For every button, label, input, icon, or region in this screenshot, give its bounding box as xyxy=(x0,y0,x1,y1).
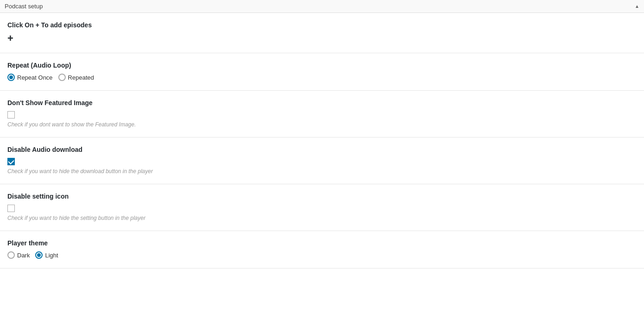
featured-image-title: Don't Show Featured Image xyxy=(7,99,637,106)
disable-download-checkbox-wrapper xyxy=(7,158,637,165)
featured-image-checkbox-wrapper xyxy=(7,111,637,119)
disable-setting-section: Disable setting icon Check if you want t… xyxy=(0,184,644,231)
repeat-title: Repeat (Audio Loop) xyxy=(7,62,637,69)
disable-download-title: Disable Audio download xyxy=(7,146,637,153)
repeat-once-text: Repeat Once xyxy=(17,74,53,81)
repeat-radio-group: Repeat Once Repeated xyxy=(7,74,637,81)
episodes-section: Click On + To add episodes + xyxy=(0,13,644,53)
featured-image-checkbox[interactable] xyxy=(7,111,15,119)
light-theme-label[interactable]: Light xyxy=(35,251,58,259)
featured-image-help: Check if you dont want to show the Featu… xyxy=(7,121,637,128)
repeated-label[interactable]: Repeated xyxy=(58,74,94,81)
disable-setting-checkbox-wrapper xyxy=(7,205,637,212)
repeat-section: Repeat (Audio Loop) Repeat Once Repeated xyxy=(0,53,644,91)
repeat-once-radio[interactable] xyxy=(7,74,15,81)
disable-download-help: Check if you want to hide the download b… xyxy=(7,168,637,175)
featured-image-section: Don't Show Featured Image Check if you d… xyxy=(0,91,644,138)
player-theme-radio-group: Dark Light xyxy=(7,251,637,259)
disable-setting-help: Check if you want to hide the setting bu… xyxy=(7,215,637,221)
dark-theme-label[interactable]: Dark xyxy=(7,251,30,259)
light-theme-text: Light xyxy=(45,252,58,259)
disable-setting-checkbox[interactable] xyxy=(7,205,15,212)
light-theme-radio[interactable] xyxy=(35,251,43,259)
disable-download-checkbox[interactable] xyxy=(7,158,15,165)
disable-setting-title: Disable setting icon xyxy=(7,193,637,200)
repeated-text: Repeated xyxy=(68,74,94,81)
page-title: Podcast setup xyxy=(5,3,43,10)
episodes-instruction: Click On + To add episodes xyxy=(7,21,637,29)
player-theme-title: Player theme xyxy=(7,239,637,247)
repeat-once-label[interactable]: Repeat Once xyxy=(7,74,53,81)
dark-theme-radio[interactable] xyxy=(7,251,15,259)
disable-download-section: Disable Audio download Check if you want… xyxy=(0,138,644,184)
player-theme-section: Player theme Dark Light xyxy=(0,231,644,269)
add-episode-button[interactable]: + xyxy=(7,33,13,44)
collapse-icon[interactable]: ▲ xyxy=(635,4,639,9)
repeated-radio[interactable] xyxy=(58,74,66,81)
dark-theme-text: Dark xyxy=(17,252,30,259)
page-header: Podcast setup ▲ xyxy=(0,0,644,13)
